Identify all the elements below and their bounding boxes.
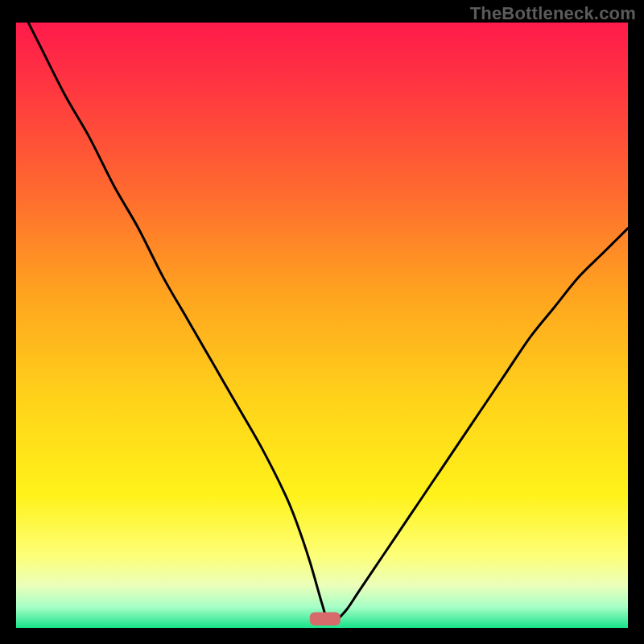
plot-area [16,23,628,628]
minimum-marker [310,612,341,625]
watermark-text: TheBottleneck.com [470,3,636,24]
gradient-background [16,23,628,628]
chart-svg [16,23,628,628]
chart-frame: TheBottleneck.com [0,0,644,644]
